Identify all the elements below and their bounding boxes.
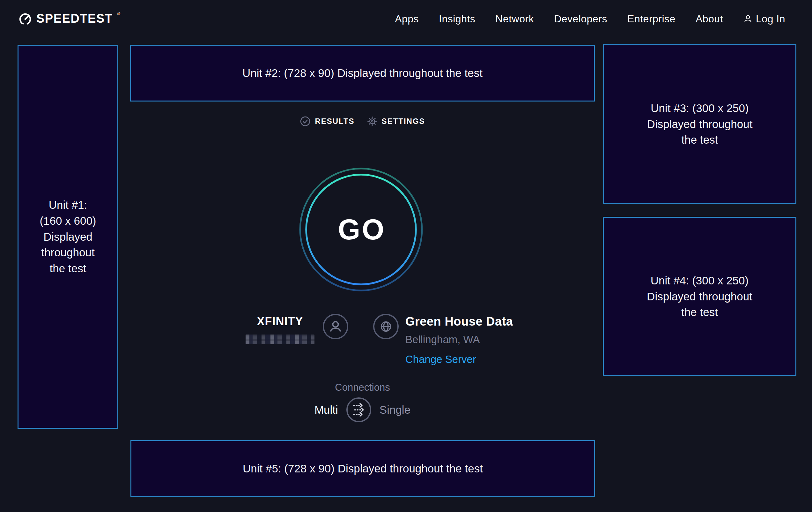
ad-unit-2-text: Unit #2: (728 x 90) Displayed throughout… bbox=[242, 65, 483, 81]
connections-single-label[interactable]: Single bbox=[379, 403, 410, 416]
change-server-link[interactable]: Change Server bbox=[405, 353, 476, 366]
isp-name: XFINITY bbox=[240, 315, 320, 328]
speedtest-gauge-icon bbox=[18, 12, 32, 26]
isp-info: XFINITY bbox=[240, 315, 320, 344]
tab-results-label: RESULTS bbox=[315, 117, 354, 126]
tab-results[interactable]: RESULTS bbox=[300, 116, 354, 127]
connections-multi-label[interactable]: Multi bbox=[315, 403, 338, 416]
nav-item-developers[interactable]: Developers bbox=[554, 13, 607, 25]
ad-unit-4-text: Unit #4: (300 x 250) Displayed throughou… bbox=[647, 273, 752, 320]
connections-label: Connections bbox=[130, 382, 595, 393]
nav-item-about[interactable]: About bbox=[696, 13, 723, 25]
server-info: Green House Data Bellingham, WA Change S… bbox=[405, 315, 513, 366]
user-icon bbox=[743, 14, 753, 24]
isp-redacted-text bbox=[245, 334, 315, 344]
server-location: Bellingham, WA bbox=[405, 333, 513, 346]
ad-unit-2: Unit #2: (728 x 90) Displayed throughout… bbox=[130, 45, 595, 102]
nav-item-enterprise[interactable]: Enterprise bbox=[627, 13, 675, 25]
login-button[interactable]: Log In bbox=[743, 13, 785, 25]
go-button[interactable]: GO bbox=[297, 166, 425, 293]
tabs-row: RESULTS SETTINGS bbox=[130, 116, 595, 127]
nav-item-insights[interactable]: Insights bbox=[439, 13, 475, 25]
gear-icon bbox=[367, 116, 378, 127]
ad-unit-4: Unit #4: (300 x 250) Displayed throughou… bbox=[603, 217, 796, 376]
login-label: Log In bbox=[756, 13, 785, 25]
ad-unit-3: Unit #3: (300 x 250) Displayed throughou… bbox=[603, 44, 796, 204]
top-nav: SPEEDTEST ® Apps Insights Network Develo… bbox=[0, 0, 812, 38]
ad-unit-5: Unit #5: (728 x 90) Displayed throughout… bbox=[130, 440, 595, 497]
check-circle-icon bbox=[300, 116, 311, 127]
logo[interactable]: SPEEDTEST ® bbox=[18, 11, 120, 26]
ad-unit-3-text: Unit #3: (300 x 250) Displayed throughou… bbox=[647, 100, 753, 148]
connections-toggle[interactable] bbox=[346, 397, 372, 423]
ad-unit-5-text: Unit #5: (728 x 90) Displayed throughout… bbox=[243, 461, 483, 477]
globe-icon bbox=[379, 319, 393, 334]
connections-toggle-row: Multi Single bbox=[130, 397, 595, 423]
nav-item-network[interactable]: Network bbox=[495, 13, 534, 25]
registered-trademark: ® bbox=[117, 11, 120, 16]
nav-links: Apps Insights Network Developers Enterpr… bbox=[395, 13, 785, 25]
server-name: Green House Data bbox=[405, 315, 513, 328]
tab-settings[interactable]: SETTINGS bbox=[367, 116, 425, 127]
ad-unit-1-text: Unit #1: (160 x 600) Displayed throughou… bbox=[39, 197, 96, 276]
logo-text: SPEEDTEST bbox=[36, 11, 113, 26]
nav-item-apps[interactable]: Apps bbox=[395, 13, 419, 25]
go-button-label: GO bbox=[336, 213, 385, 246]
ad-unit-1: Unit #1: (160 x 600) Displayed throughou… bbox=[18, 45, 118, 429]
isp-user-icon bbox=[323, 314, 348, 339]
server-globe-icon bbox=[373, 314, 399, 339]
person-icon bbox=[328, 319, 343, 334]
tab-settings-label: SETTINGS bbox=[382, 117, 425, 126]
multi-connection-arrows-icon bbox=[346, 397, 372, 423]
